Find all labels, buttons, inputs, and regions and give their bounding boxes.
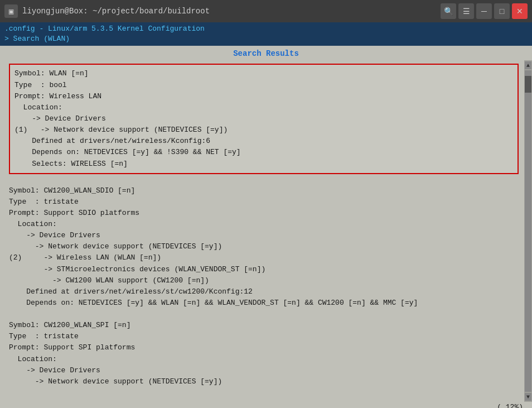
scrollbar-thumb[interactable] [525,76,531,93]
result-line: Symbol: WLAN [=n] [14,68,513,79]
result-line: Location: [14,102,513,113]
result-line: Defined at drivers/net/wireless/st/cw120… [9,286,519,297]
scrollbar[interactable]: ▲ ▼ [524,60,532,402]
result-line: Location: [9,219,519,230]
result-line: -> Device Drivers [9,230,519,241]
breadcrumb-line2: > Search (WLAN) [4,34,528,44]
result-line: Symbol: CW1200_WLAN_SPI [=n] [9,320,519,331]
result-line: (1) -> Network device support (NETDEVICE… [14,124,513,136]
titlebar-title: liyongjun@Box: ~/project/board/buildroot [22,7,210,16]
terminal-icon-glyph: ▣ [9,7,13,16]
result-block-3: Symbol: CW1200_WLAN_SPI [=n] Type : tris… [9,320,519,387]
scroll-down-arrow[interactable]: ▼ [525,393,531,401]
result-line: Type : tristate [9,196,519,208]
result-line: -> Network device support (NETDEVICES [=… [9,241,519,252]
maximize-button[interactable]: □ [494,3,510,19]
breadcrumb-bar: .config - Linux/arm 5.3.5 Kernel Configu… [0,22,532,46]
terminal: .config - Linux/arm 5.3.5 Kernel Configu… [0,22,532,408]
titlebar-left: ▣ liyongjun@Box: ~/project/board/buildro… [4,4,210,18]
result-line: Selects: WIRELESS [=n] [14,159,513,170]
menu-button[interactable]: ☰ [458,3,474,19]
scrollbar-track[interactable] [525,70,531,392]
titlebar: ▣ liyongjun@Box: ~/project/board/buildro… [0,0,532,22]
terminal-icon: ▣ [4,4,18,18]
progress-indicator: ( 12%) [0,402,532,408]
result-line: Symbol: CW1200_WLAN_SDIO [=n] [9,185,519,196]
close-button[interactable]: ✕ [512,3,528,19]
result-line: -> CW1200 WLAN support (CW1200 [=n]) [9,275,519,286]
content-area: Symbol: WLAN [=n] Type : bool Prompt: Wi… [0,60,532,402]
dialog-title: Search Results [0,46,532,60]
result-block-1: Symbol: WLAN [=n] Type : bool Prompt: Wi… [9,64,519,174]
result-line: Type : tristate [9,331,519,342]
dialog-area: Search Results Symbol: WLAN [=n] Type : … [0,46,532,408]
result-line: Type : bool [14,80,513,91]
result-line: Prompt: Wireless LAN [14,91,513,102]
result-line: (2) -> Wireless LAN (WLAN [=n]) [9,252,519,263]
titlebar-controls: 🔍 ☰ ─ □ ✕ [441,3,528,19]
result-line: Prompt: Support SDIO platforms [9,208,519,219]
result-line: Depends on: NETDEVICES [=y] && WLAN [=n]… [9,297,519,309]
result-line: -> Network device support (NETDEVICES [=… [9,376,519,387]
breadcrumb-line1: .config - Linux/arm 5.3.5 Kernel Configu… [4,24,528,34]
scrollable-content[interactable]: Symbol: WLAN [=n] Type : bool Prompt: Wi… [0,60,524,402]
result-line: Defined at drivers/net/wireless/Kconfig:… [14,136,513,147]
result-line: -> STMicroelectronics devices (WLAN_VEND… [9,264,519,275]
minimize-button[interactable]: ─ [476,3,492,19]
result-line: -> Device Drivers [14,113,513,124]
result-block-2: Symbol: CW1200_WLAN_SDIO [=n] Type : tri… [9,185,519,309]
result-line: Depends on: NETDEVICES [=y] && !S390 && … [14,147,513,158]
search-button[interactable]: 🔍 [441,3,456,19]
scroll-up-arrow[interactable]: ▲ [525,61,531,69]
result-line: Location: [9,354,519,365]
result-line: -> Device Drivers [9,365,519,376]
result-line: Prompt: Support SPI platforms [9,342,519,353]
